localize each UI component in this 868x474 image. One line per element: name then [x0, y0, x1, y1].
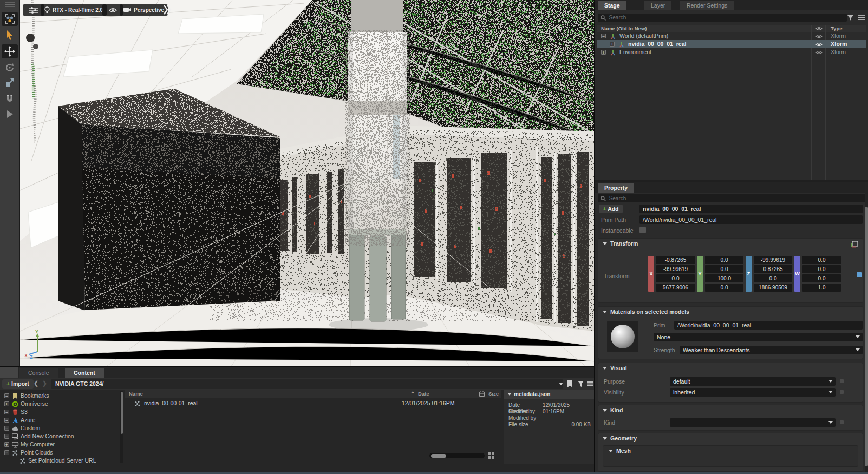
matrix-handle[interactable]: [857, 272, 862, 277]
path-dropdown-icon[interactable]: [559, 383, 563, 385]
column-name[interactable]: Name (Old to New): [601, 25, 647, 32]
material-dropdown[interactable]: None: [654, 333, 863, 341]
breadcrumb[interactable]: NVIDIA GTC 2024/: [51, 379, 563, 389]
stage-search[interactable]: [598, 14, 847, 22]
sidebar-item-bookmarks[interactable]: − Bookmarks: [0, 392, 120, 400]
sidebar-item-set-pointcloud-server-url[interactable]: Set Pointcloud Server URL: [0, 457, 120, 465]
column-name[interactable]: Name: [129, 390, 143, 398]
grip-icon[interactable]: [2, 1, 18, 8]
expander[interactable]: −: [4, 418, 9, 423]
toolbar-expand-chevrons[interactable]: [163, 4, 172, 16]
matrix-cell[interactable]: 0.0: [705, 256, 743, 264]
material-preview[interactable]: [607, 321, 638, 352]
renderer-button[interactable]: RTX - Real-Time 2.0: [41, 4, 107, 16]
matrix-cell[interactable]: 0.0: [754, 274, 792, 282]
matrix-cell[interactable]: 0.0: [705, 284, 743, 292]
tab-layer[interactable]: Layer: [644, 1, 671, 10]
rotate-tool-button[interactable]: [2, 61, 18, 75]
matrix-cell[interactable]: -0.87265: [656, 256, 695, 264]
sidebar-item-my-computer[interactable]: + My Computer: [0, 440, 120, 449]
strength-dropdown[interactable]: Weaker than Descendants: [680, 346, 863, 354]
prim-name-field[interactable]: nvidia_00_00_01_real: [639, 205, 863, 213]
stage-search-input[interactable]: [608, 14, 844, 21]
stage-row-environment[interactable]: + Environment Xform: [597, 48, 866, 56]
sidebar-item-add-new-connection[interactable]: − Add New Connection: [0, 432, 120, 440]
back-button[interactable]: ❮: [34, 380, 38, 386]
sidebar-scrollbar[interactable]: [120, 391, 123, 463]
expander[interactable]: −: [4, 393, 9, 398]
property-search[interactable]: [598, 194, 867, 202]
stage-row-nvidia[interactable]: + nvidia_00_00_01_real Xform: [597, 40, 866, 48]
matrix-cell[interactable]: -99.99619: [656, 265, 695, 273]
eye-icon[interactable]: [815, 50, 823, 55]
matrix-cell[interactable]: 1.0: [802, 284, 841, 292]
camera-button[interactable]: Perspective: [120, 4, 168, 16]
sidebar-item-omniverse[interactable]: + Omniverse: [0, 400, 120, 408]
expander[interactable]: +: [4, 442, 9, 447]
expander[interactable]: −: [4, 426, 9, 431]
column-date[interactable]: Date: [418, 390, 429, 398]
tab-content[interactable]: Content: [65, 368, 104, 378]
instanceable-checkbox[interactable]: [639, 227, 646, 233]
view-options-icon[interactable]: [587, 381, 593, 387]
forward-button[interactable]: ❯: [42, 380, 47, 386]
viewport-3d[interactable]: Y X Z RTX - Real-Time 2.0 Perspective: [20, 0, 594, 366]
metadata-header[interactable]: metadata.json: [504, 390, 594, 399]
sidebar-item-point-clouds[interactable]: − Point Clouds: [0, 449, 120, 457]
sort-ascending-icon[interactable]: ⌃: [410, 390, 415, 398]
tab-property[interactable]: Property: [598, 183, 634, 193]
sidebar-item-custom[interactable]: − Custom: [0, 424, 120, 432]
tab-console[interactable]: Console: [19, 368, 58, 378]
kind-dropdown[interactable]: [670, 418, 836, 427]
property-search-input[interactable]: [608, 195, 865, 202]
expander[interactable]: −: [4, 434, 9, 439]
kind-extra-control[interactable]: [840, 420, 844, 424]
scrollbar-thumb[interactable]: [121, 392, 123, 434]
move-tool-button[interactable]: [2, 44, 18, 58]
scrollbar-thumb[interactable]: [865, 207, 868, 466]
property-scrollbar[interactable]: [865, 182, 868, 474]
expander[interactable]: −: [601, 34, 606, 38]
filter-icon[interactable]: [577, 380, 584, 387]
select-tool-button[interactable]: [2, 28, 18, 42]
eye-icon[interactable]: [815, 42, 823, 47]
matrix-cell[interactable]: 1886.90509: [754, 284, 792, 292]
import-button[interactable]: + Import: [2, 379, 34, 389]
transform-stack-icon[interactable]: [851, 241, 858, 248]
matrix-cell[interactable]: 100.0: [705, 274, 743, 282]
matrix-cell[interactable]: 5677.9006: [656, 284, 695, 292]
prim-path-field[interactable]: /World/nvidia_00_00_01_real: [639, 215, 863, 224]
selection-mode-button[interactable]: [2, 12, 18, 26]
mesh-subsection[interactable]: Mesh: [603, 445, 858, 467]
add-property-button[interactable]: + Add: [599, 205, 623, 213]
purpose-dropdown[interactable]: default: [670, 377, 836, 386]
matrix-cell[interactable]: 0.87265: [754, 265, 792, 273]
play-button[interactable]: [2, 107, 18, 121]
matrix-cell[interactable]: 0.0: [802, 256, 841, 264]
column-size[interactable]: Size: [488, 390, 499, 398]
tab-render-settings[interactable]: Render Settings: [680, 1, 734, 10]
tab-stage[interactable]: Stage: [598, 1, 626, 10]
material-prim-field[interactable]: /World/nvidia_00_00_01_real: [674, 321, 863, 330]
scale-tool-button[interactable]: [2, 76, 18, 90]
matrix-cell[interactable]: -99.99619: [754, 256, 792, 264]
expander[interactable]: +: [601, 50, 606, 55]
expander[interactable]: −: [4, 450, 9, 455]
window-resize-edge[interactable]: [0, 472, 868, 474]
column-type[interactable]: Type: [831, 25, 842, 32]
snap-tool-button[interactable]: [2, 91, 18, 106]
purpose-extra-control[interactable]: [840, 379, 844, 383]
grid-view-icon[interactable]: [488, 452, 494, 459]
sidebar-item-azure[interactable]: − Azure: [0, 416, 120, 424]
slider-thumb[interactable]: [431, 454, 446, 458]
expander[interactable]: −: [4, 410, 9, 414]
visibility-dropdown[interactable]: inherited: [670, 388, 836, 397]
sidebar-item-s3[interactable]: − S3: [0, 408, 120, 416]
file-row[interactable]: nvidia_00-00-01_real 12/01/2025 01:16PM: [125, 399, 501, 407]
expander[interactable]: +: [4, 401, 9, 406]
matrix-cell[interactable]: 0.0: [802, 265, 841, 273]
stage-filter-icon[interactable]: [847, 15, 854, 22]
matrix-cell[interactable]: 0.0: [656, 274, 695, 282]
bookmark-icon[interactable]: [567, 380, 573, 387]
matrix-cell[interactable]: 0.0: [705, 265, 743, 273]
